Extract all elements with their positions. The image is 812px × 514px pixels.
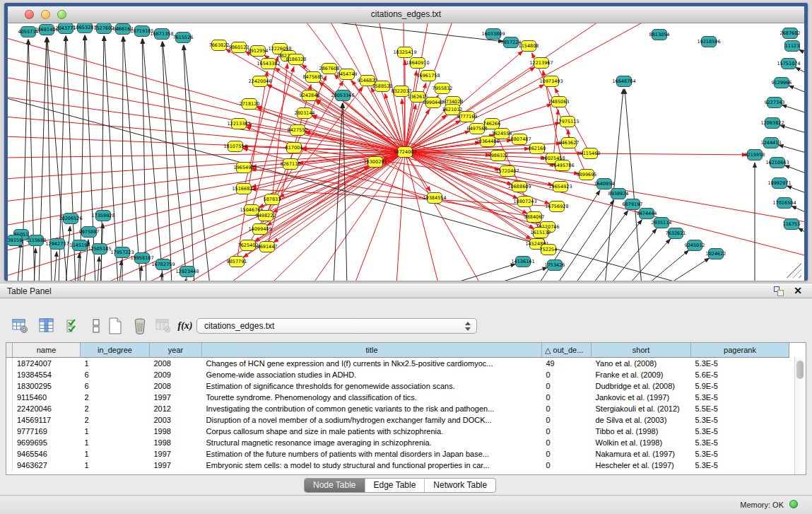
table-cell[interactable]: 5.3E-5 — [691, 414, 789, 426]
table-cell[interactable]: 9463627 — [13, 460, 81, 471]
citation-edge-red[interactable] — [252, 189, 557, 206]
table-cell[interactable]: 9777169 — [13, 426, 81, 437]
citation-edge-red[interactable] — [8, 152, 405, 201]
citation-edge-black[interactable] — [119, 260, 122, 281]
citation-edge-black[interactable] — [446, 264, 515, 281]
citation-edge-black[interactable] — [54, 252, 57, 281]
network-node[interactable]: 9498222 — [256, 211, 276, 221]
table-cell[interactable]: 9465546 — [13, 448, 81, 460]
network-node[interactable]: 16033809 — [481, 29, 505, 40]
network-node[interactable]: 9227343 — [765, 98, 785, 108]
table-cell[interactable]: Jankovic et al. (1997) — [592, 392, 691, 403]
table-cell[interactable]: Wolkin et al. (1998) — [592, 437, 691, 448]
column-header[interactable]: pagerank — [691, 343, 789, 358]
table-cell[interactable]: Stergiakouli et al. (2012) — [592, 403, 691, 414]
table-cell[interactable]: Changes of HCN gene expression and I(f) … — [202, 358, 542, 370]
table-row[interactable]: 1456911722003Disruption of a novel membe… — [6, 414, 789, 426]
table-cell[interactable]: 0 — [542, 403, 592, 414]
citation-edge-black[interactable] — [799, 228, 804, 237]
table-cell[interactable]: 1 — [81, 437, 150, 448]
network-node[interactable]: 8186328 — [286, 54, 307, 65]
citation-edge-red[interactable] — [227, 152, 405, 281]
network-node[interactable]: 12213363 — [227, 119, 250, 129]
table-cell[interactable]: 49 — [542, 358, 592, 370]
table-cell[interactable]: 1998 — [150, 426, 202, 437]
network-node[interactable]: 7625402 — [238, 240, 259, 251]
table-cell[interactable]: Estimation of significance thresholds fo… — [202, 380, 542, 392]
table-cell[interactable]: 2012 — [150, 403, 202, 414]
table-cell[interactable]: 2008 — [150, 380, 202, 392]
network-node[interactable]: 8813054 — [649, 30, 670, 40]
network-node[interactable]: 9884067 — [524, 212, 545, 223]
network-node[interactable]: 9463627 — [559, 138, 579, 148]
table-cell[interactable]: 6 — [81, 380, 150, 392]
network-node[interactable]: 7955812 — [433, 83, 453, 94]
network-node[interactable]: 9242848 — [300, 90, 320, 101]
network-node[interactable]: 16756928 — [545, 201, 568, 212]
network-node[interactable]: 1621012 — [442, 105, 463, 115]
table-cell[interactable]: 5.3E-5 — [691, 460, 789, 471]
network-node[interactable]: 1115688 — [26, 235, 47, 246]
network-node[interactable]: 12923448 — [175, 267, 199, 277]
citation-edge-black[interactable] — [66, 226, 70, 281]
network-node[interactable]: 9245012 — [685, 240, 705, 251]
column-header[interactable]: △ out_de... — [542, 343, 592, 358]
network-node[interactable]: 7663822 — [209, 40, 230, 51]
citation-edge-black[interactable] — [784, 165, 804, 176]
network-node[interactable]: 9975887 — [79, 227, 100, 238]
citation-edge-black[interactable] — [184, 279, 186, 281]
table-row[interactable]: 946362711997Embryonic stem cells: a mode… — [6, 460, 789, 471]
function-builder-icon[interactable]: f(x) — [176, 317, 194, 335]
network-node[interactable]: 9474444 — [637, 209, 657, 219]
table-cell[interactable]: Tourette syndrome. Phenomenology and cla… — [202, 392, 542, 403]
network-node[interactable]: 19218596 — [697, 37, 720, 47]
citation-edge-red[interactable] — [553, 110, 558, 158]
table-cell[interactable]: 22420046 — [13, 403, 81, 414]
table-cell[interactable]: 0 — [542, 448, 592, 460]
citation-edge-black[interactable] — [787, 186, 804, 196]
network-node[interactable]: 6497568 — [467, 124, 488, 134]
memory-ok-indicator[interactable] — [789, 500, 798, 508]
network-node[interactable]: 16210643 — [765, 158, 789, 168]
network-node[interactable]: 817004 — [286, 143, 303, 153]
citation-edge-black[interactable] — [609, 228, 657, 281]
citation-edge-black[interactable] — [574, 211, 628, 281]
table-cell[interactable]: 0 — [542, 369, 592, 380]
table-cell[interactable]: 1 — [81, 426, 150, 437]
column-header[interactable]: year — [150, 343, 202, 358]
citation-edge-black[interactable] — [779, 145, 804, 155]
table-cell[interactable]: Genome-wide association studies in ADHD. — [202, 369, 542, 380]
tab-node-table[interactable]: Node Table — [305, 479, 365, 492]
column-header[interactable]: in_degree — [81, 343, 150, 358]
table-row[interactable]: 1872400712008Changes of HCN gene express… — [6, 358, 789, 370]
citation-edge-black[interactable] — [163, 42, 187, 281]
network-node[interactable]: 8267110 — [281, 159, 301, 170]
table-cell[interactable]: 1997 — [150, 392, 202, 403]
citation-edge-black[interactable] — [556, 200, 614, 281]
table-cell[interactable]: Yano et al. (2008) — [592, 358, 691, 370]
new-table-icon[interactable] — [106, 317, 124, 335]
table-cell[interactable]: 5.3E-5 — [691, 437, 789, 448]
column-header[interactable]: title — [202, 343, 542, 358]
citation-edge-black[interactable] — [98, 257, 99, 281]
table-cell[interactable]: 1997 — [150, 460, 202, 471]
citation-edge-black[interactable] — [646, 250, 689, 281]
network-node[interactable]: 862160 — [529, 144, 546, 154]
network-node[interactable]: 1615132 — [531, 228, 551, 238]
table-cell[interactable]: 2 — [81, 414, 150, 426]
citation-edge-black[interactable] — [782, 105, 804, 115]
table-cell[interactable]: de Silva et al. (2003) — [592, 414, 691, 426]
float-panel-icon[interactable] — [774, 286, 784, 296]
network-node[interactable]: 15751074 — [777, 59, 800, 69]
network-node[interactable]: 16961758 — [416, 71, 440, 81]
network-node[interactable]: 12093822 — [760, 118, 784, 129]
table-cell[interactable]: 2 — [81, 403, 150, 414]
network-node[interactable]: 752254 — [540, 245, 558, 255]
citation-edge-red[interactable] — [405, 148, 529, 152]
citation-edge-black[interactable] — [792, 206, 804, 216]
network-node[interactable]: 17975115 — [555, 117, 579, 127]
tab-network-table[interactable]: Network Table — [424, 479, 495, 492]
table-cell[interactable]: 0 — [542, 392, 592, 403]
table-cell[interactable]: 5.6E-5 — [691, 369, 789, 380]
network-node[interactable]: 18107554 — [223, 141, 247, 152]
